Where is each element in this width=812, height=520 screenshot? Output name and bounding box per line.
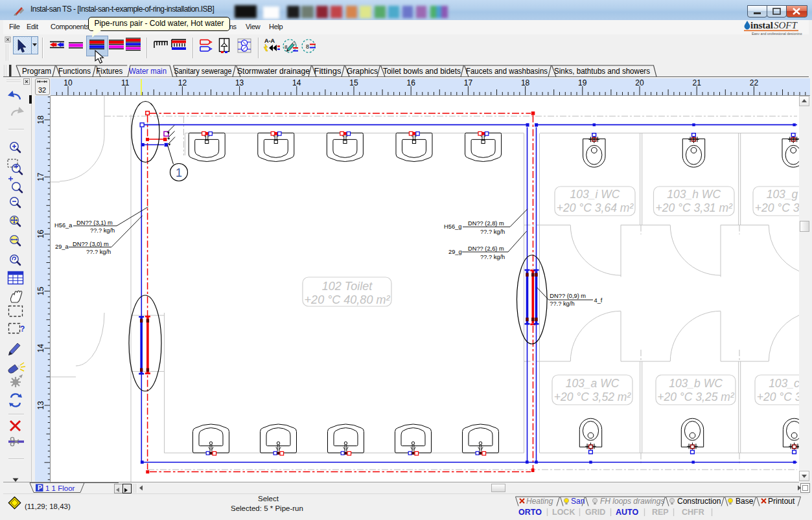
svg-text:Easy and professional designin: Easy and professional designing bbox=[752, 32, 802, 36]
svg-text:P: P bbox=[38, 484, 42, 492]
svg-text:instal: instal bbox=[750, 20, 773, 30]
svg-text:18: 18 bbox=[36, 115, 45, 124]
svg-text:??.? kg/h: ??.? kg/h bbox=[480, 229, 505, 235]
svg-text:1 1 Floor: 1 1 Floor bbox=[45, 484, 75, 492]
svg-text:H56_g: H56_g bbox=[444, 223, 461, 230]
svg-text:AUTO: AUTO bbox=[616, 508, 638, 517]
svg-text:Fixtures: Fixtures bbox=[96, 67, 122, 76]
svg-text:+20 °C 3,58 m²: +20 °C 3,58 m² bbox=[755, 201, 799, 214]
svg-text:Functions: Functions bbox=[58, 67, 91, 76]
svg-text:DN?? (2,8) m: DN?? (2,8) m bbox=[468, 220, 504, 227]
svg-text:LOCK: LOCK bbox=[552, 508, 575, 517]
svg-text:15: 15 bbox=[349, 78, 358, 87]
svg-text:102 Toilet: 102 Toilet bbox=[322, 280, 373, 293]
svg-text:??.? kg/h: ??.? kg/h bbox=[480, 254, 505, 260]
svg-text:Base: Base bbox=[736, 497, 754, 506]
svg-text:??.? kg/h: ??.? kg/h bbox=[550, 300, 574, 307]
svg-text:+20 °C 3,64 m²: +20 °C 3,64 m² bbox=[557, 201, 634, 214]
svg-text:DN?? (3,1) m: DN?? (3,1) m bbox=[76, 220, 113, 226]
svg-text:17: 17 bbox=[464, 78, 473, 87]
svg-text:ORTO: ORTO bbox=[518, 508, 542, 517]
svg-text:+20 °C 40,80 m²: +20 °C 40,80 m² bbox=[305, 293, 391, 306]
svg-text:+20 °C 3,25 m²: +20 °C 3,25 m² bbox=[657, 390, 735, 403]
svg-text:SOFT: SOFT bbox=[774, 20, 798, 30]
svg-text:8: 8 bbox=[284, 44, 288, 50]
svg-text:+20 °C 3,31 m²: +20 °C 3,31 m² bbox=[656, 201, 734, 214]
svg-text:+20 °C 3,17 m²: +20 °C 3,17 m² bbox=[757, 390, 799, 403]
svg-text:A-A: A-A bbox=[264, 38, 275, 44]
svg-text:Fittings: Fittings bbox=[314, 67, 342, 76]
svg-text:19: 19 bbox=[578, 78, 587, 87]
svg-text:FH loops drawings: FH loops drawings bbox=[600, 497, 664, 506]
svg-text:San: San bbox=[571, 497, 585, 506]
svg-text:32: 32 bbox=[38, 86, 46, 94]
svg-text:Graphics: Graphics bbox=[347, 67, 378, 76]
svg-text:4_f: 4_f bbox=[594, 297, 603, 304]
svg-text:16: 16 bbox=[407, 78, 416, 87]
svg-text:DN?? (2,6) m: DN?? (2,6) m bbox=[468, 245, 504, 252]
svg-text:CHFR: CHFR bbox=[682, 508, 704, 517]
svg-text:20: 20 bbox=[635, 78, 644, 87]
svg-text:11: 11 bbox=[121, 78, 130, 87]
svg-text:1: 1 bbox=[176, 166, 182, 179]
svg-text:H56_a: H56_a bbox=[54, 222, 73, 229]
svg-text:??.? kg/h: ??.? kg/h bbox=[86, 249, 111, 255]
svg-text:DN?? (0,9) m: DN?? (0,9) m bbox=[550, 293, 586, 299]
svg-text:14: 14 bbox=[292, 78, 301, 87]
svg-text:29_a: 29_a bbox=[55, 243, 69, 250]
svg-text:17: 17 bbox=[36, 172, 45, 181]
svg-text:Sanitary sewerage: Sanitary sewerage bbox=[174, 67, 231, 76]
svg-text:Water main: Water main bbox=[129, 67, 167, 76]
svg-text:103_g WC: 103_g WC bbox=[767, 188, 799, 201]
svg-text:103_b WC: 103_b WC bbox=[669, 377, 723, 390]
svg-text:Construction: Construction bbox=[677, 497, 721, 506]
svg-text:Heating: Heating bbox=[526, 497, 553, 506]
svg-text:15: 15 bbox=[36, 287, 45, 296]
svg-text:103_h WC: 103_h WC bbox=[667, 188, 721, 201]
svg-text:Faucets and washbasins: Faucets and washbasins bbox=[466, 67, 548, 76]
svg-text:Sinks, bathtubs and showers: Sinks, bathtubs and showers bbox=[554, 67, 650, 76]
svg-text:GRID: GRID bbox=[585, 508, 605, 517]
svg-text:22: 22 bbox=[750, 78, 759, 87]
svg-text:103_a WC: 103_a WC bbox=[566, 377, 620, 390]
svg-text:Program: Program bbox=[22, 67, 51, 76]
svg-text:Printout: Printout bbox=[768, 497, 795, 506]
svg-text:?: ? bbox=[20, 324, 25, 333]
svg-text:DN?? (3,0) m: DN?? (3,0) m bbox=[73, 241, 109, 247]
svg-text:8: 8 bbox=[306, 43, 309, 50]
svg-text:13: 13 bbox=[36, 401, 45, 410]
svg-text:Stormwater drainage: Stormwater drainage bbox=[237, 67, 310, 76]
svg-text:21: 21 bbox=[693, 78, 702, 87]
svg-text:Toilet bowls and bidets: Toilet bowls and bidets bbox=[383, 67, 461, 76]
svg-text:18: 18 bbox=[521, 78, 530, 87]
svg-text:103_i WC: 103_i WC bbox=[570, 188, 620, 201]
svg-text:14: 14 bbox=[36, 344, 45, 353]
svg-text:12: 12 bbox=[178, 78, 187, 87]
svg-text:10: 10 bbox=[64, 78, 73, 87]
svg-text:??.? kg/h: ??.? kg/h bbox=[90, 227, 115, 234]
svg-text:13: 13 bbox=[235, 78, 244, 87]
svg-text:16: 16 bbox=[36, 229, 45, 238]
svg-text:29_g: 29_g bbox=[448, 249, 462, 255]
svg-text:103_c WC: 103_c WC bbox=[769, 377, 799, 390]
svg-text:REP: REP bbox=[652, 508, 669, 517]
svg-text:+20 °C 3,52 m²: +20 °C 3,52 m² bbox=[554, 390, 632, 403]
